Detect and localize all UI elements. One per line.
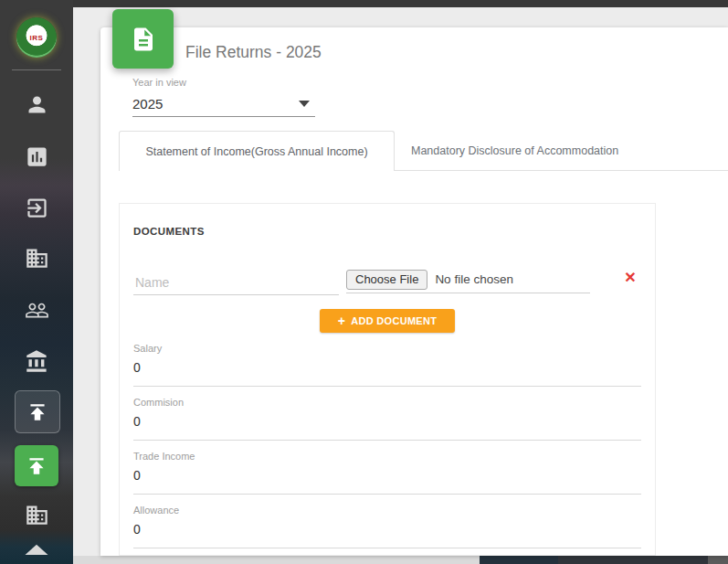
sidebar-item-upload[interactable] [15,390,60,433]
add-document-button[interactable]: + ADD DOCUMENT [320,309,455,333]
trade-income-label: Trade Income [133,451,641,462]
sidebar-item-organization-2[interactable] [0,496,73,533]
tab-mandatory-disclosure[interactable]: Mandatory Disclosure of Accommodation [411,131,618,171]
sidebar-item-upload-active[interactable] [15,445,58,486]
document-icon [130,26,157,53]
tab-label: Statement of Income(Gross Annual Income) [145,145,367,158]
plus-icon: + [338,314,345,328]
trade-income-field: Trade Income [133,451,641,495]
app-screen: IRS [0,0,728,564]
chevron-up-icon [23,541,50,555]
trade-income-input[interactable] [133,468,641,483]
sidebar-item-organization[interactable] [0,239,73,276]
tab-label: Mandatory Disclosure of Accommodation [411,144,618,157]
sidebar-item-dashboard[interactable] [0,138,73,175]
allowance-field: Allowance [133,505,641,548]
bank-icon [25,349,49,374]
file-input-group: Choose File No file chosen [346,266,590,293]
people-icon [25,298,49,323]
upload-icon [25,454,48,478]
top-dark-bar [73,0,728,7]
commision-input[interactable] [133,414,641,429]
file-returns-tile [112,9,174,69]
tab-statement-of-income[interactable]: Statement of Income(Gross Annual Income) [119,131,395,171]
salary-field: Salary [133,343,641,387]
sidebar-item-exit[interactable] [0,189,73,226]
person-icon [25,92,49,117]
documents-panel: DOCUMENTS Choose File No file chosen ✕ +… [119,203,656,556]
file-status-text: No file chosen [435,272,513,286]
sidebar-scroll-up[interactable] [0,539,73,556]
sidebar-item-users[interactable] [0,292,73,328]
choose-file-button[interactable]: Choose File [346,270,427,290]
poll-icon [25,144,49,169]
app-logo: IRS [16,17,57,58]
sidebar-divider [12,69,61,70]
tabs-underline [395,170,728,171]
add-document-label: ADD DOCUMENT [351,315,437,326]
commision-label: Commision [133,397,641,408]
app-logo-text: IRS [30,34,44,42]
building-icon [25,503,49,527]
allowance-input[interactable] [133,522,641,537]
building-icon [25,246,49,271]
year-select-value: 2025 [132,96,163,112]
sidebar-item-bank[interactable] [0,343,73,379]
allowance-label: Allowance [133,505,641,516]
year-select[interactable]: 2025 [132,91,315,117]
upload-icon [26,400,49,424]
commision-field: Commision [133,397,641,441]
main-card: File Returns - 2025 Year in view 2025 St… [100,27,728,556]
sidebar-item-profile[interactable] [0,86,73,122]
salary-input[interactable] [133,360,641,375]
salary-label: Salary [133,343,641,354]
remove-document-button[interactable]: ✕ [620,268,640,288]
chevron-down-icon [299,101,310,107]
documents-heading: DOCUMENTS [133,226,205,237]
page-title: File Returns - 2025 [185,43,322,62]
bottom-background-strip [73,556,728,564]
year-in-view-label: Year in view [132,77,186,88]
close-icon: ✕ [624,270,636,285]
sidebar: IRS [0,0,73,564]
document-name-input[interactable] [133,271,339,295]
exit-icon [25,196,49,220]
